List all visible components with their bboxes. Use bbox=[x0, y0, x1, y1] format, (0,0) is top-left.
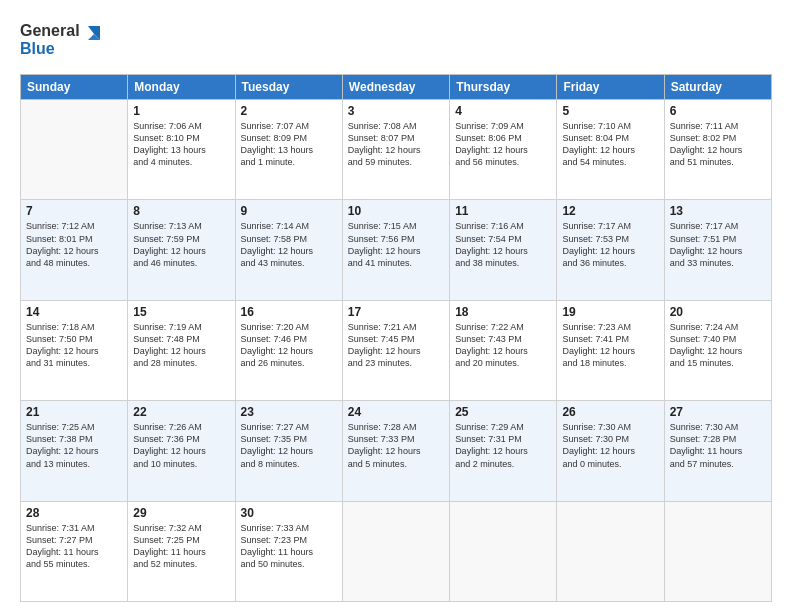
logo-text: General Blue bbox=[20, 18, 110, 66]
day-number: 16 bbox=[241, 305, 337, 319]
day-info: Sunrise: 7:28 AM Sunset: 7:33 PM Dayligh… bbox=[348, 421, 444, 470]
day-info: Sunrise: 7:06 AM Sunset: 8:10 PM Dayligh… bbox=[133, 120, 229, 169]
day-cell: 7Sunrise: 7:12 AM Sunset: 8:01 PM Daylig… bbox=[21, 200, 128, 300]
day-number: 30 bbox=[241, 506, 337, 520]
day-number: 28 bbox=[26, 506, 122, 520]
day-cell: 1Sunrise: 7:06 AM Sunset: 8:10 PM Daylig… bbox=[128, 100, 235, 200]
day-number: 6 bbox=[670, 104, 766, 118]
day-info: Sunrise: 7:16 AM Sunset: 7:54 PM Dayligh… bbox=[455, 220, 551, 269]
day-info: Sunrise: 7:10 AM Sunset: 8:04 PM Dayligh… bbox=[562, 120, 658, 169]
day-info: Sunrise: 7:22 AM Sunset: 7:43 PM Dayligh… bbox=[455, 321, 551, 370]
weekday-tuesday: Tuesday bbox=[235, 75, 342, 100]
calendar-body: 1Sunrise: 7:06 AM Sunset: 8:10 PM Daylig… bbox=[21, 100, 772, 602]
day-cell: 14Sunrise: 7:18 AM Sunset: 7:50 PM Dayli… bbox=[21, 300, 128, 400]
day-cell bbox=[450, 501, 557, 601]
day-info: Sunrise: 7:12 AM Sunset: 8:01 PM Dayligh… bbox=[26, 220, 122, 269]
day-info: Sunrise: 7:17 AM Sunset: 7:53 PM Dayligh… bbox=[562, 220, 658, 269]
day-cell: 19Sunrise: 7:23 AM Sunset: 7:41 PM Dayli… bbox=[557, 300, 664, 400]
week-row-1: 1Sunrise: 7:06 AM Sunset: 8:10 PM Daylig… bbox=[21, 100, 772, 200]
day-cell: 2Sunrise: 7:07 AM Sunset: 8:09 PM Daylig… bbox=[235, 100, 342, 200]
day-number: 25 bbox=[455, 405, 551, 419]
day-number: 23 bbox=[241, 405, 337, 419]
day-info: Sunrise: 7:15 AM Sunset: 7:56 PM Dayligh… bbox=[348, 220, 444, 269]
day-cell: 15Sunrise: 7:19 AM Sunset: 7:48 PM Dayli… bbox=[128, 300, 235, 400]
svg-text:General: General bbox=[20, 22, 80, 39]
day-number: 5 bbox=[562, 104, 658, 118]
day-cell: 12Sunrise: 7:17 AM Sunset: 7:53 PM Dayli… bbox=[557, 200, 664, 300]
day-info: Sunrise: 7:32 AM Sunset: 7:25 PM Dayligh… bbox=[133, 522, 229, 571]
day-cell: 9Sunrise: 7:14 AM Sunset: 7:58 PM Daylig… bbox=[235, 200, 342, 300]
day-cell: 20Sunrise: 7:24 AM Sunset: 7:40 PM Dayli… bbox=[664, 300, 771, 400]
day-info: Sunrise: 7:26 AM Sunset: 7:36 PM Dayligh… bbox=[133, 421, 229, 470]
logo-svg: General Blue bbox=[20, 18, 110, 62]
day-cell: 28Sunrise: 7:31 AM Sunset: 7:27 PM Dayli… bbox=[21, 501, 128, 601]
day-number: 20 bbox=[670, 305, 766, 319]
week-row-5: 28Sunrise: 7:31 AM Sunset: 7:27 PM Dayli… bbox=[21, 501, 772, 601]
day-number: 15 bbox=[133, 305, 229, 319]
day-info: Sunrise: 7:14 AM Sunset: 7:58 PM Dayligh… bbox=[241, 220, 337, 269]
day-info: Sunrise: 7:33 AM Sunset: 7:23 PM Dayligh… bbox=[241, 522, 337, 571]
day-number: 1 bbox=[133, 104, 229, 118]
day-cell: 17Sunrise: 7:21 AM Sunset: 7:45 PM Dayli… bbox=[342, 300, 449, 400]
weekday-friday: Friday bbox=[557, 75, 664, 100]
day-cell: 4Sunrise: 7:09 AM Sunset: 8:06 PM Daylig… bbox=[450, 100, 557, 200]
page: General Blue SundayMondayTuesdayWednesda… bbox=[0, 0, 792, 612]
day-cell: 13Sunrise: 7:17 AM Sunset: 7:51 PM Dayli… bbox=[664, 200, 771, 300]
day-number: 14 bbox=[26, 305, 122, 319]
day-info: Sunrise: 7:19 AM Sunset: 7:48 PM Dayligh… bbox=[133, 321, 229, 370]
day-info: Sunrise: 7:07 AM Sunset: 8:09 PM Dayligh… bbox=[241, 120, 337, 169]
day-info: Sunrise: 7:25 AM Sunset: 7:38 PM Dayligh… bbox=[26, 421, 122, 470]
day-number: 2 bbox=[241, 104, 337, 118]
day-info: Sunrise: 7:13 AM Sunset: 7:59 PM Dayligh… bbox=[133, 220, 229, 269]
day-cell: 25Sunrise: 7:29 AM Sunset: 7:31 PM Dayli… bbox=[450, 401, 557, 501]
day-info: Sunrise: 7:29 AM Sunset: 7:31 PM Dayligh… bbox=[455, 421, 551, 470]
day-info: Sunrise: 7:11 AM Sunset: 8:02 PM Dayligh… bbox=[670, 120, 766, 169]
day-number: 22 bbox=[133, 405, 229, 419]
day-info: Sunrise: 7:21 AM Sunset: 7:45 PM Dayligh… bbox=[348, 321, 444, 370]
day-number: 27 bbox=[670, 405, 766, 419]
day-cell: 5Sunrise: 7:10 AM Sunset: 8:04 PM Daylig… bbox=[557, 100, 664, 200]
weekday-header-row: SundayMondayTuesdayWednesdayThursdayFrid… bbox=[21, 75, 772, 100]
day-cell: 3Sunrise: 7:08 AM Sunset: 8:07 PM Daylig… bbox=[342, 100, 449, 200]
day-number: 9 bbox=[241, 204, 337, 218]
day-cell: 10Sunrise: 7:15 AM Sunset: 7:56 PM Dayli… bbox=[342, 200, 449, 300]
day-number: 21 bbox=[26, 405, 122, 419]
calendar-table: SundayMondayTuesdayWednesdayThursdayFrid… bbox=[20, 74, 772, 602]
day-cell: 23Sunrise: 7:27 AM Sunset: 7:35 PM Dayli… bbox=[235, 401, 342, 501]
week-row-4: 21Sunrise: 7:25 AM Sunset: 7:38 PM Dayli… bbox=[21, 401, 772, 501]
day-cell: 24Sunrise: 7:28 AM Sunset: 7:33 PM Dayli… bbox=[342, 401, 449, 501]
day-cell bbox=[21, 100, 128, 200]
weekday-monday: Monday bbox=[128, 75, 235, 100]
calendar-header: SundayMondayTuesdayWednesdayThursdayFrid… bbox=[21, 75, 772, 100]
day-number: 11 bbox=[455, 204, 551, 218]
day-number: 18 bbox=[455, 305, 551, 319]
day-cell: 11Sunrise: 7:16 AM Sunset: 7:54 PM Dayli… bbox=[450, 200, 557, 300]
day-info: Sunrise: 7:18 AM Sunset: 7:50 PM Dayligh… bbox=[26, 321, 122, 370]
day-info: Sunrise: 7:30 AM Sunset: 7:30 PM Dayligh… bbox=[562, 421, 658, 470]
day-number: 12 bbox=[562, 204, 658, 218]
weekday-sunday: Sunday bbox=[21, 75, 128, 100]
day-number: 26 bbox=[562, 405, 658, 419]
day-cell: 16Sunrise: 7:20 AM Sunset: 7:46 PM Dayli… bbox=[235, 300, 342, 400]
day-cell: 21Sunrise: 7:25 AM Sunset: 7:38 PM Dayli… bbox=[21, 401, 128, 501]
day-cell bbox=[342, 501, 449, 601]
day-number: 19 bbox=[562, 305, 658, 319]
week-row-3: 14Sunrise: 7:18 AM Sunset: 7:50 PM Dayli… bbox=[21, 300, 772, 400]
day-number: 17 bbox=[348, 305, 444, 319]
day-cell: 6Sunrise: 7:11 AM Sunset: 8:02 PM Daylig… bbox=[664, 100, 771, 200]
day-info: Sunrise: 7:24 AM Sunset: 7:40 PM Dayligh… bbox=[670, 321, 766, 370]
day-number: 3 bbox=[348, 104, 444, 118]
day-cell: 22Sunrise: 7:26 AM Sunset: 7:36 PM Dayli… bbox=[128, 401, 235, 501]
day-number: 8 bbox=[133, 204, 229, 218]
day-cell: 29Sunrise: 7:32 AM Sunset: 7:25 PM Dayli… bbox=[128, 501, 235, 601]
day-cell: 30Sunrise: 7:33 AM Sunset: 7:23 PM Dayli… bbox=[235, 501, 342, 601]
day-number: 29 bbox=[133, 506, 229, 520]
day-info: Sunrise: 7:23 AM Sunset: 7:41 PM Dayligh… bbox=[562, 321, 658, 370]
day-info: Sunrise: 7:31 AM Sunset: 7:27 PM Dayligh… bbox=[26, 522, 122, 571]
logo: General Blue bbox=[20, 18, 110, 66]
weekday-wednesday: Wednesday bbox=[342, 75, 449, 100]
day-info: Sunrise: 7:30 AM Sunset: 7:28 PM Dayligh… bbox=[670, 421, 766, 470]
weekday-thursday: Thursday bbox=[450, 75, 557, 100]
day-number: 13 bbox=[670, 204, 766, 218]
day-info: Sunrise: 7:08 AM Sunset: 8:07 PM Dayligh… bbox=[348, 120, 444, 169]
